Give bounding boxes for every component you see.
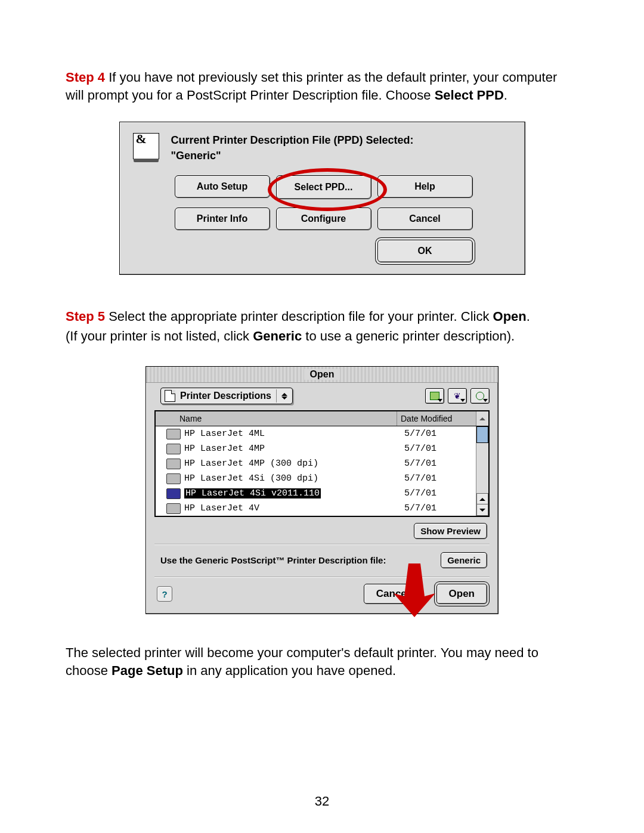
- step5-paragraph-2: (If your printer is not listed, click Ge…: [66, 327, 578, 345]
- file-date: 5/7/01: [404, 429, 476, 439]
- file-list-header: Name Date Modified: [156, 411, 488, 426]
- open-dialog-titlebar: Open: [146, 367, 498, 383]
- scroll-down-button[interactable]: [476, 504, 488, 516]
- generic-button[interactable]: Generic: [441, 552, 487, 568]
- open-dialog-title: Open: [304, 369, 340, 380]
- file-date: 5/7/01: [404, 459, 476, 469]
- open-dialog: Open Printer Descriptions ❦ Name Date Mo…: [145, 366, 499, 614]
- file-icon: [166, 488, 181, 499]
- open-button[interactable]: Open: [436, 584, 487, 604]
- shortcuts-button[interactable]: [425, 388, 444, 404]
- step5-text2a: (If your printer is not listed, click: [66, 329, 253, 343]
- file-icon: [166, 429, 181, 439]
- file-name: HP LaserJet 4Si v2011.110: [184, 488, 404, 498]
- auto-setup-button[interactable]: Auto Setup: [175, 175, 270, 198]
- step4-bold: Select PPD: [435, 88, 504, 103]
- file-date: 5/7/01: [404, 444, 476, 454]
- file-icon: [166, 503, 181, 514]
- open-cancel-button[interactable]: Cancel: [364, 584, 422, 604]
- scroll-up-button[interactable]: [476, 493, 488, 505]
- show-preview-button[interactable]: Show Preview: [414, 523, 487, 539]
- closing-paragraph: The selected printer will become your co…: [66, 644, 578, 679]
- popup-arrows-icon: [276, 389, 290, 402]
- file-icon: [166, 459, 181, 469]
- recent-button[interactable]: [470, 388, 490, 404]
- ok-button[interactable]: OK: [377, 240, 473, 262]
- file-date: 5/7/01: [404, 488, 476, 498]
- scrollbar[interactable]: [476, 426, 488, 516]
- file-row[interactable]: HP LaserJet 4ML5/7/01: [156, 426, 476, 441]
- step4-paragraph: Step 4 If you have not previously set th…: [66, 69, 578, 104]
- page-number: 32: [0, 794, 644, 809]
- closing-bold: Page Setup: [112, 663, 183, 678]
- file-date: 5/7/01: [404, 503, 476, 513]
- printer-info-button[interactable]: Printer Info: [175, 208, 270, 230]
- select-ppd-button[interactable]: Select PPD...: [276, 175, 371, 199]
- step4-period: .: [504, 88, 507, 103]
- file-icon: [166, 444, 181, 454]
- step5-bold2: Generic: [253, 329, 302, 343]
- step5-text1: Select the appropriate printer descripti…: [105, 309, 493, 324]
- ppd-title: Current Printer Description File (PPD) S…: [171, 133, 414, 163]
- ppd-title-line2: "Generic": [171, 148, 414, 163]
- favorites-button[interactable]: ❦: [448, 388, 467, 404]
- help-button[interactable]: Help: [377, 175, 473, 198]
- step5-text2b: to use a generic printer description).: [302, 329, 515, 343]
- sort-direction-button[interactable]: [476, 411, 488, 426]
- file-name: HP LaserJet 4Si (300 dpi): [184, 473, 404, 484]
- file-date: 5/7/01: [404, 473, 476, 484]
- folder-popup[interactable]: Printer Descriptions: [160, 388, 293, 404]
- file-row[interactable]: HP LaserJet 4Si (300 dpi)5/7/01: [156, 471, 476, 486]
- file-name: HP LaserJet 4ML: [184, 429, 404, 439]
- column-name[interactable]: Name: [156, 411, 397, 426]
- ppd-setup-dialog: Current Printer Description File (PPD) S…: [119, 122, 525, 274]
- file-name: HP LaserJet 4MP: [184, 444, 404, 454]
- file-name: HP LaserJet 4V: [184, 503, 404, 513]
- file-icon: [166, 473, 181, 484]
- generic-ppd-label: Use the Generic PostScript™ Printer Desc…: [160, 555, 386, 565]
- step5-bold1: Open: [493, 309, 527, 324]
- step4-label: Step 4: [66, 70, 105, 85]
- scroll-thumb[interactable]: [476, 426, 488, 443]
- step5-label: Step 5: [66, 309, 105, 324]
- column-date[interactable]: Date Modified: [397, 411, 476, 426]
- file-list: Name Date Modified HP LaserJet 4ML5/7/01…: [154, 410, 490, 517]
- help-icon-button[interactable]: ?: [157, 586, 172, 602]
- printer-icon: [133, 133, 159, 159]
- folder-icon: [165, 390, 175, 402]
- step5-paragraph-1: Step 5 Select the appropriate printer de…: [66, 308, 578, 326]
- folder-popup-label: Printer Descriptions: [180, 391, 271, 401]
- file-row[interactable]: HP LaserJet 4V5/7/01: [156, 501, 476, 516]
- file-row[interactable]: HP LaserJet 4MP (300 dpi)5/7/01: [156, 456, 476, 471]
- closing-text-after: in any application you have opened.: [183, 663, 396, 678]
- configure-button[interactable]: Configure: [276, 208, 371, 230]
- file-row[interactable]: HP LaserJet 4MP5/7/01: [156, 441, 476, 456]
- file-row[interactable]: HP LaserJet 4Si v2011.1105/7/01: [156, 486, 476, 501]
- cancel-button[interactable]: Cancel: [377, 208, 473, 230]
- ppd-title-line1: Current Printer Description File (PPD) S…: [171, 133, 414, 148]
- file-name: HP LaserJet 4MP (300 dpi): [184, 459, 404, 469]
